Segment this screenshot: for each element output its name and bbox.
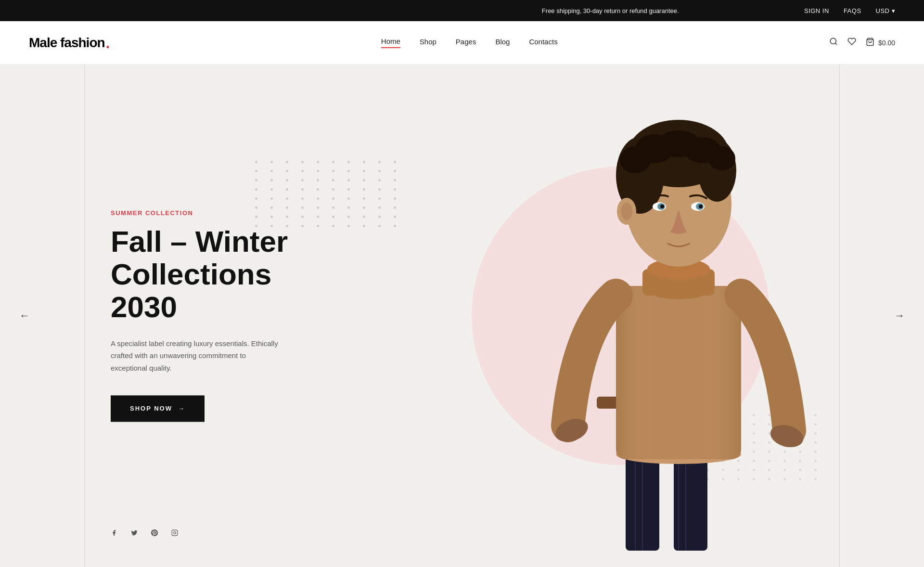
main-nav: Home Shop Pages Blog Contacts <box>381 37 558 48</box>
twitter-icon[interactable] <box>131 529 138 538</box>
cart-price: $0.00 <box>878 39 895 47</box>
nav-blog[interactable]: Blog <box>495 38 510 48</box>
instagram-icon[interactable] <box>171 529 178 538</box>
header-icons: $0.00 <box>829 37 895 48</box>
wishlist-icon[interactable] <box>847 37 856 48</box>
svg-point-34 <box>660 205 664 208</box>
left-border-line <box>84 64 85 567</box>
logo[interactable]: Male fashion. <box>29 35 109 51</box>
top-bar-actions: SIGN IN FAQS USD ▾ <box>804 7 895 14</box>
logo-text: Male fashion <box>29 35 105 51</box>
top-bar-message: Free shipping, 30-day return or refund g… <box>416 7 804 14</box>
top-bar: Free shipping, 30-day return or refund g… <box>0 0 924 21</box>
nav-pages[interactable]: Pages <box>456 38 476 48</box>
svg-point-28 <box>620 146 651 173</box>
collection-label: SUMMER COLLECTION <box>111 209 313 217</box>
svg-rect-38 <box>172 530 178 536</box>
hero-section: ← → // Will be generated below SUMMER CO… <box>0 64 924 567</box>
prev-slide-button[interactable]: ← <box>14 305 35 327</box>
svg-point-0 <box>830 38 836 44</box>
logo-dot: . <box>106 35 110 51</box>
svg-line-1 <box>835 43 836 44</box>
hero-content: SUMMER COLLECTION Fall – Winter Collecti… <box>111 209 313 422</box>
header: Male fashion. Home Shop Pages Blog Conta… <box>0 21 924 64</box>
pinterest-icon[interactable] <box>151 529 158 538</box>
svg-point-35 <box>699 205 703 208</box>
social-icons <box>111 529 178 538</box>
hero-description: A specialist label creating luxury essen… <box>111 337 284 374</box>
svg-point-37 <box>621 203 632 220</box>
model-image <box>500 79 837 551</box>
svg-rect-14 <box>616 286 741 459</box>
search-icon[interactable] <box>829 37 838 48</box>
nav-shop[interactable]: Shop <box>420 38 436 48</box>
signin-link[interactable]: SIGN IN <box>804 7 829 14</box>
cart-icon <box>866 38 874 48</box>
nav-contacts[interactable]: Contacts <box>529 38 557 48</box>
nav-home[interactable]: Home <box>381 37 400 48</box>
facebook-icon[interactable] <box>111 529 117 538</box>
svg-point-29 <box>708 146 735 170</box>
hero-title: Fall – Winter Collections 2030 <box>111 225 313 324</box>
right-border-line <box>839 64 840 567</box>
shipping-message: Free shipping, 30-day return or refund g… <box>542 7 679 14</box>
next-slide-button[interactable]: → <box>889 305 910 327</box>
shop-now-button[interactable]: SHOP NOW → <box>111 396 205 422</box>
currency-selector[interactable]: USD ▾ <box>876 7 895 14</box>
cart-area[interactable]: $0.00 <box>866 38 895 48</box>
faqs-link[interactable]: FAQS <box>844 7 861 14</box>
